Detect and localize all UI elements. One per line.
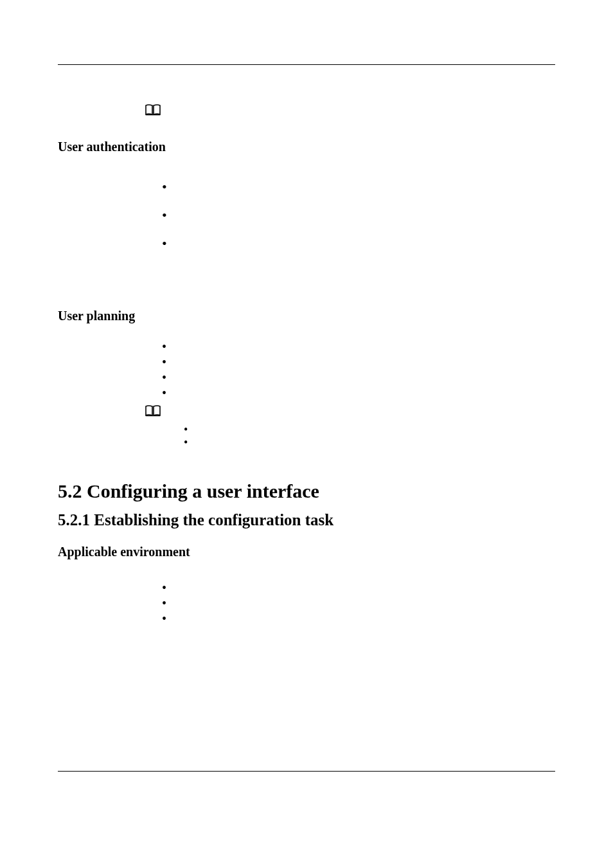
heading-section-5-2-1: 5.2.1 Establishing the configuration tas…	[58, 511, 555, 529]
page-content: User authentication • • • User planning …	[0, 0, 613, 810]
auth-bullet-list: • • •	[162, 180, 555, 251]
bullet: •	[162, 208, 555, 222]
bullet: •	[162, 386, 555, 399]
heading-user-planning: User planning	[58, 309, 555, 323]
heading-applicable-environment: Applicable environment	[58, 545, 555, 559]
bullet: •	[162, 371, 555, 384]
top-horizontal-rule	[58, 64, 555, 65]
bullet: •	[162, 612, 555, 625]
note-callout-2	[145, 404, 555, 420]
heading-user-authentication: User authentication	[58, 140, 555, 154]
bottom-horizontal-rule	[58, 771, 555, 772]
heading-section-5-2: 5.2 Configuring a user interface	[58, 480, 555, 502]
bullet: •	[162, 581, 555, 594]
bullet: •	[162, 237, 555, 251]
env-bullet-list: • • •	[162, 581, 555, 625]
book-open-icon	[145, 104, 161, 116]
bullet: •	[162, 340, 555, 353]
book-open-icon	[145, 404, 161, 417]
bullet: •	[162, 180, 555, 194]
note-callout-1	[145, 104, 555, 116]
bullet: •	[162, 597, 555, 610]
bullet: •	[184, 424, 555, 435]
planning-sub-bullet-list: • •	[184, 424, 555, 448]
planning-bullet-list: • • • •	[162, 340, 555, 399]
bullet: •	[184, 437, 555, 448]
bullet: •	[162, 356, 555, 368]
